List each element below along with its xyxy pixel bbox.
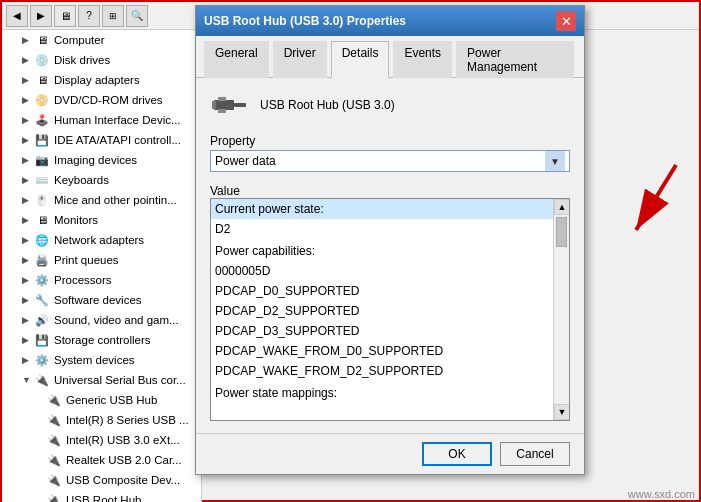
tree-item[interactable]: ▶💾IDE ATA/ATAPI controll... xyxy=(2,130,201,150)
tab-driver[interactable]: Driver xyxy=(273,41,327,78)
tree-item-icon: 🖥 xyxy=(34,72,50,88)
tree-item-label: USB Composite Dev... xyxy=(66,474,180,486)
tree-item[interactable]: ▶💿Disk drives xyxy=(2,50,201,70)
tree-item[interactable]: ▶⚙️System devices xyxy=(2,350,201,370)
tree-item[interactable]: ▶📀DVD/CD-ROM drives xyxy=(2,90,201,110)
tree-arrow-icon: ▶ xyxy=(22,155,34,165)
value-list-item[interactable]: Current power state: xyxy=(211,199,553,219)
tree-item-label: Universal Serial Bus cor... xyxy=(54,374,186,386)
tree-item[interactable]: ▶📷Imaging devices xyxy=(2,150,201,170)
computer-icon-btn[interactable]: 🖥 xyxy=(54,5,76,27)
dialog-buttons: OK Cancel xyxy=(196,433,584,474)
tree-arrow-icon: ▶ xyxy=(22,175,34,185)
tree-item-icon: 🖥 xyxy=(34,212,50,228)
tree-item-label: System devices xyxy=(54,354,135,366)
tree-item-label: Monitors xyxy=(54,214,98,226)
tree-item[interactable]: ▶🔧Software devices xyxy=(2,290,201,310)
tree-item[interactable]: 🔌Intel(R) 8 Series USB ... xyxy=(2,410,201,430)
tab-events[interactable]: Events xyxy=(393,41,452,78)
tree-arrow-icon: ▶ xyxy=(22,335,34,345)
tree-item[interactable]: ▼🔌Universal Serial Bus cor... xyxy=(2,370,201,390)
value-list-item[interactable]: PDCAP_D0_SUPPORTED xyxy=(211,281,553,301)
tree-item-label: Print queues xyxy=(54,254,119,266)
value-list-item[interactable]: PDCAP_D2_SUPPORTED xyxy=(211,301,553,321)
tree-item[interactable]: ▶🕹️Human Interface Devic... xyxy=(2,110,201,130)
properties-button[interactable]: ⊞ xyxy=(102,5,124,27)
tree-item[interactable]: 🔌Realtek USB 2.0 Car... xyxy=(2,450,201,470)
cancel-button[interactable]: Cancel xyxy=(500,442,570,466)
tree-item-label: Intel(R) USB 3.0 eXt... xyxy=(66,434,180,446)
dialog-titlebar: USB Root Hub (USB 3.0) Properties ✕ xyxy=(196,6,584,36)
value-list-item[interactable]: 0000005D xyxy=(211,261,553,281)
tree-item-label: Realtek USB 2.0 Car... xyxy=(66,454,182,466)
value-list-item[interactable]: PDCAP_D3_SUPPORTED xyxy=(211,321,553,341)
tree-item-icon: 📀 xyxy=(34,92,50,108)
property-section: Property Power data ▼ xyxy=(210,134,570,172)
forward-button[interactable]: ▶ xyxy=(30,5,52,27)
value-section: Value Current power state:D2Power capabi… xyxy=(210,180,570,421)
tree-item[interactable]: ▶🖥Computer xyxy=(2,30,201,50)
tab-details[interactable]: Details xyxy=(331,41,390,78)
tree-item[interactable]: 🔌USB Root Hub xyxy=(2,490,201,502)
tree-item-icon: ⚙️ xyxy=(34,352,50,368)
tree-arrow-icon: ▶ xyxy=(22,55,34,65)
tree-item[interactable]: ▶🌐Network adapters xyxy=(2,230,201,250)
tree-item-label: DVD/CD-ROM drives xyxy=(54,94,163,106)
tree-arrow-icon: ▶ xyxy=(22,75,34,85)
svg-rect-1 xyxy=(234,103,246,107)
scroll-down-button[interactable]: ▼ xyxy=(554,404,570,420)
tree-item[interactable]: ▶🔊Sound, video and gam... xyxy=(2,310,201,330)
svg-rect-2 xyxy=(212,101,216,109)
tab-general[interactable]: General xyxy=(204,41,269,78)
tree-item-icon: 🔧 xyxy=(34,292,50,308)
tree-arrow-icon: ▶ xyxy=(22,195,34,205)
value-list-item[interactable]: PDCAP_WAKE_FROM_D2_SUPPORTED xyxy=(211,361,553,381)
value-list-item[interactable]: Power state mappings: xyxy=(211,383,553,403)
tree-item[interactable]: 🔌Generic USB Hub xyxy=(2,390,201,410)
scroll-thumb[interactable] xyxy=(556,217,567,247)
tree-arrow-icon: ▶ xyxy=(22,95,34,105)
close-button[interactable]: ✕ xyxy=(556,11,576,31)
tree-item-label: Mice and other pointin... xyxy=(54,194,177,206)
tree-item-icon: 🌐 xyxy=(34,232,50,248)
tree-item-icon: 🔌 xyxy=(46,432,62,448)
scrollbar[interactable]: ▲ ▼ xyxy=(553,199,569,420)
scroll-track xyxy=(554,215,569,404)
property-dropdown[interactable]: Power data ▼ xyxy=(210,150,570,172)
tree-item[interactable]: 🔌Intel(R) USB 3.0 eXt... xyxy=(2,430,201,450)
scroll-up-button[interactable]: ▲ xyxy=(554,199,570,215)
device-tree: ▶🖥Computer▶💿Disk drives▶🖥Display adapter… xyxy=(2,30,202,502)
search-button[interactable]: 🔍 xyxy=(126,5,148,27)
back-button[interactable]: ◀ xyxy=(6,5,28,27)
value-list-item[interactable]: Power capabilities: xyxy=(211,241,553,261)
tree-arrow-icon: ▶ xyxy=(22,295,34,305)
help-button[interactable]: ? xyxy=(78,5,100,27)
usb-properties-dialog: USB Root Hub (USB 3.0) Properties ✕ Gene… xyxy=(195,5,585,475)
dialog-content: USB Root Hub (USB 3.0) Property Power da… xyxy=(196,78,584,433)
watermark: www.sxd.com xyxy=(628,488,695,500)
tab-bar: GeneralDriverDetailsEventsPower Manageme… xyxy=(196,36,584,78)
tree-item[interactable]: ▶🖥Display adapters xyxy=(2,70,201,90)
tree-arrow-icon: ▼ xyxy=(22,375,34,385)
tree-item-icon: 🔌 xyxy=(46,452,62,468)
value-list-item[interactable]: D2 xyxy=(211,219,553,239)
tree-item-icon: 🕹️ xyxy=(34,112,50,128)
tree-item[interactable]: ▶⌨️Keyboards xyxy=(2,170,201,190)
tree-item[interactable]: ▶💾Storage controllers xyxy=(2,330,201,350)
tree-item[interactable]: ▶🖱️Mice and other pointin... xyxy=(2,190,201,210)
tree-item-icon: 🖨️ xyxy=(34,252,50,268)
tree-arrow-icon: ▶ xyxy=(22,315,34,325)
ok-button[interactable]: OK xyxy=(422,442,492,466)
tree-item-label: Computer xyxy=(54,34,105,46)
tree-item[interactable]: ▶🖨️Print queues xyxy=(2,250,201,270)
svg-rect-3 xyxy=(218,97,226,101)
tree-item[interactable]: 🔌USB Composite Dev... xyxy=(2,470,201,490)
tree-item[interactable]: ▶🖥Monitors xyxy=(2,210,201,230)
tree-item-icon: 🔌 xyxy=(46,392,62,408)
tree-item-icon: 🔌 xyxy=(46,412,62,428)
tab-power-management[interactable]: Power Management xyxy=(456,41,574,78)
tree-item[interactable]: ▶⚙️Processors xyxy=(2,270,201,290)
tree-item-label: Processors xyxy=(54,274,112,286)
value-listbox[interactable]: Current power state:D2Power capabilities… xyxy=(210,198,570,421)
value-list-item[interactable]: PDCAP_WAKE_FROM_D0_SUPPORTED xyxy=(211,341,553,361)
